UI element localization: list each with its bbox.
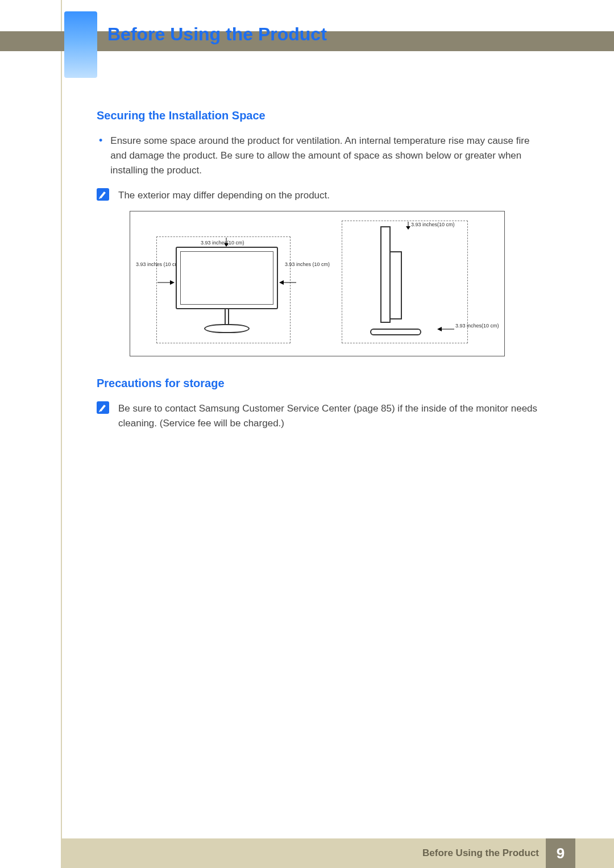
note-icon xyxy=(97,401,109,414)
bullet-text: Ensure some space around the product for… xyxy=(110,134,546,178)
svg-marker-5 xyxy=(279,280,284,285)
note-text: Be sure to contact Samsung Customer Serv… xyxy=(118,401,546,431)
note-row: Be sure to contact Samsung Customer Serv… xyxy=(97,401,546,431)
section-heading-precautions-storage: Precautions for storage xyxy=(97,377,546,390)
arrow-left-icon xyxy=(279,280,296,285)
bullet-item: • Ensure some space around the product f… xyxy=(97,134,546,178)
footer-page-number: 9 xyxy=(546,838,575,868)
svg-marker-9 xyxy=(437,327,442,331)
diagram-front-view: 3.93 inches(10 cm) 3.93 inches (10 cm) 3… xyxy=(138,217,309,350)
svg-marker-3 xyxy=(170,280,175,285)
page-footer: Before Using the Product 9 xyxy=(0,838,614,868)
clearance-label-right: 3.93 inches(10 cm) xyxy=(455,323,499,329)
footer-chapter-label: Before Using the Product xyxy=(422,838,539,868)
section-heading-installation-space: Securing the Installation Space xyxy=(97,109,546,122)
bullet-dot-icon: • xyxy=(99,134,102,147)
chapter-tab xyxy=(64,11,97,78)
clearance-diagram: 3.93 inches(10 cm) 3.93 inches (10 cm) 3… xyxy=(130,211,546,356)
note-row: The exterior may differ depending on the… xyxy=(97,188,546,203)
diagram-side-view: 3.93 inches(10 cm) 3.93 inches(10 cm) xyxy=(326,217,496,350)
clearance-label-top: 3.93 inches(10 cm) xyxy=(201,240,244,246)
clearance-label-right: 3.93 inches (10 cm) xyxy=(285,261,304,267)
note-text: The exterior may differ depending on the… xyxy=(118,188,330,203)
arrow-down-icon xyxy=(405,222,411,230)
svg-marker-7 xyxy=(406,226,410,230)
page-title: Before Using the Product xyxy=(107,24,327,45)
clearance-label-left: 3.93 inches (10 cm) xyxy=(136,261,155,267)
note-icon xyxy=(97,188,109,201)
arrow-left-icon xyxy=(437,326,454,332)
arrow-down-icon xyxy=(223,238,229,247)
arrow-right-icon xyxy=(157,280,175,285)
clearance-label-top: 3.93 inches(10 cm) xyxy=(411,222,455,227)
left-margin-rule xyxy=(61,0,62,868)
